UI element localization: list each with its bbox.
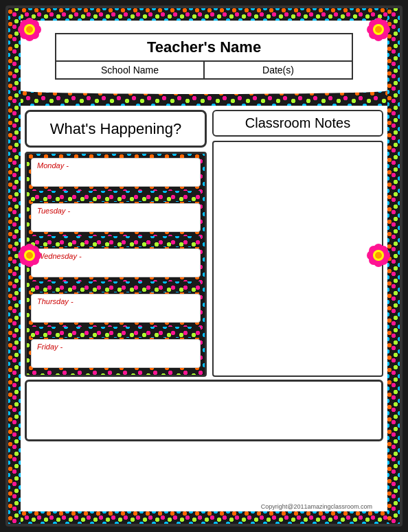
copyright-text: Copyright@2011amazingclassroom.com <box>261 503 372 510</box>
top-border <box>8 8 400 21</box>
svg-point-9 <box>26 26 33 33</box>
thursday-box[interactable]: Thursday - <box>31 294 201 323</box>
whats-happening-text: What's Happening? <box>50 120 181 138</box>
svg-point-39 <box>375 252 382 259</box>
left-column: What's Happening? Monday - <box>25 110 207 377</box>
bottom-border <box>8 511 400 524</box>
monday-section: Monday - <box>31 158 201 187</box>
polka-divider-strip <box>21 91 387 106</box>
school-name-cell[interactable]: School Name <box>56 62 205 78</box>
friday-section: Friday - <box>31 339 201 368</box>
svg-point-29 <box>26 252 33 259</box>
teacher-name-box[interactable]: Teacher's Name <box>55 33 353 62</box>
flower-bottom-left <box>17 243 42 268</box>
page-outer: Teacher's Name School Name Date(s) <box>5 5 403 527</box>
monday-separator <box>31 191 201 202</box>
wednesday-section: Wednesday - <box>31 248 201 277</box>
classroom-notes-area[interactable] <box>212 141 383 377</box>
content-area: Teacher's Name School Name Date(s) <box>21 21 387 511</box>
date-cell[interactable]: Date(s) <box>205 62 352 78</box>
teacher-name-text: Teacher's Name <box>147 38 261 56</box>
tuesday-box[interactable]: Tuesday - <box>31 203 201 232</box>
flower-top-right <box>366 17 391 42</box>
friday-box[interactable]: Friday - <box>31 339 201 368</box>
thursday-label: Thursday - <box>37 297 194 305</box>
flower-bottom-right <box>366 243 391 268</box>
wednesday-box[interactable]: Wednesday - <box>31 248 201 277</box>
thursday-section: Thursday - <box>31 294 201 323</box>
monday-label: Monday - <box>37 161 194 170</box>
days-container: Monday - Tuesday - <box>25 152 207 377</box>
wednesday-separator <box>31 281 201 292</box>
tuesday-label: Tuesday - <box>37 207 194 215</box>
classroom-notes-label: Classroom Notes <box>212 110 383 137</box>
main-body: What's Happening? Monday - <box>21 110 387 377</box>
bottom-notes-box[interactable] <box>25 380 383 441</box>
flower-top-left <box>17 17 42 42</box>
date-text: Date(s) <box>262 65 294 76</box>
svg-point-19 <box>375 26 382 33</box>
header-section: Teacher's Name School Name Date(s) <box>21 21 387 86</box>
whats-happening-box: What's Happening? <box>25 110 207 148</box>
page-inner: Teacher's Name School Name Date(s) <box>8 8 400 524</box>
wednesday-label: Wednesday - <box>37 252 194 260</box>
classroom-notes-text: Classroom Notes <box>245 115 350 130</box>
tuesday-section: Tuesday - <box>31 203 201 232</box>
monday-box[interactable]: Monday - <box>31 158 201 187</box>
school-name-text: School Name <box>101 65 159 76</box>
right-column: Classroom Notes <box>212 110 383 377</box>
school-date-row: School Name Date(s) <box>55 62 353 80</box>
thursday-separator <box>31 327 201 338</box>
friday-label: Friday - <box>37 343 194 351</box>
tuesday-separator <box>31 236 201 247</box>
